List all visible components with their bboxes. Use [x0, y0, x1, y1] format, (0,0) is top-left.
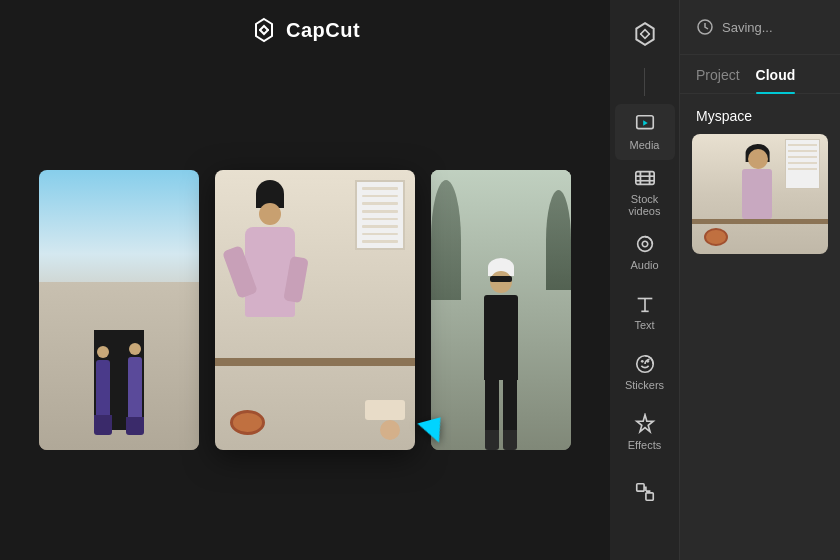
- sidebar-icon-stickers[interactable]: Stickers: [615, 344, 675, 400]
- icon-column: Media Stock videos Audio: [610, 0, 680, 560]
- tab-cloud[interactable]: Cloud: [756, 67, 796, 93]
- panel-top-bar: Saving...: [680, 0, 840, 55]
- capcut-logo-icon: [250, 16, 278, 44]
- media-item-1[interactable]: [39, 170, 199, 450]
- panel-tabs: Project Cloud: [680, 55, 840, 94]
- saving-text: Saving...: [722, 20, 773, 35]
- media-label: Media: [630, 139, 660, 151]
- effects-label: Effects: [628, 439, 661, 451]
- svg-point-7: [642, 241, 648, 247]
- logo-text: CapCut: [286, 19, 360, 42]
- stock-videos-label: Stock videos: [615, 193, 675, 217]
- svg-rect-3: [648, 172, 650, 185]
- svg-marker-14: [636, 415, 653, 432]
- sidebar-icon-media[interactable]: Media: [615, 104, 675, 160]
- svg-point-13: [646, 360, 649, 363]
- stickers-label: Stickers: [625, 379, 664, 391]
- svg-rect-2: [639, 172, 641, 185]
- svg-rect-1: [635, 172, 653, 185]
- top-bar: CapCut: [0, 0, 610, 60]
- svg-rect-16: [645, 493, 652, 500]
- panel-thumbnail[interactable]: [692, 134, 828, 254]
- sidebar-icon-audio[interactable]: Audio: [615, 224, 675, 280]
- sidebar-icon-transitions[interactable]: [615, 464, 675, 520]
- capcut-brand-icon: [627, 16, 663, 52]
- sidebar-icon-text[interactable]: Text: [615, 284, 675, 340]
- media-grid: [0, 60, 610, 560]
- main-canvas: CapCut: [0, 0, 610, 560]
- logo: CapCut: [250, 16, 360, 44]
- media-item-3[interactable]: [431, 170, 571, 450]
- right-sidebar: Media Stock videos Audio: [610, 0, 840, 560]
- tab-project[interactable]: Project: [696, 67, 740, 93]
- sidebar-icon-stock-videos[interactable]: Stock videos: [615, 164, 675, 220]
- sidebar-icon-effects[interactable]: Effects: [615, 404, 675, 460]
- svg-rect-15: [636, 484, 643, 491]
- text-label: Text: [634, 319, 654, 331]
- section-header: Myspace: [680, 94, 840, 134]
- audio-label: Audio: [630, 259, 658, 271]
- media-item-2[interactable]: [215, 170, 415, 450]
- saving-icon: [696, 18, 714, 36]
- svg-point-12: [640, 360, 643, 363]
- panel-area: Saving... Project Cloud Myspace: [680, 0, 840, 560]
